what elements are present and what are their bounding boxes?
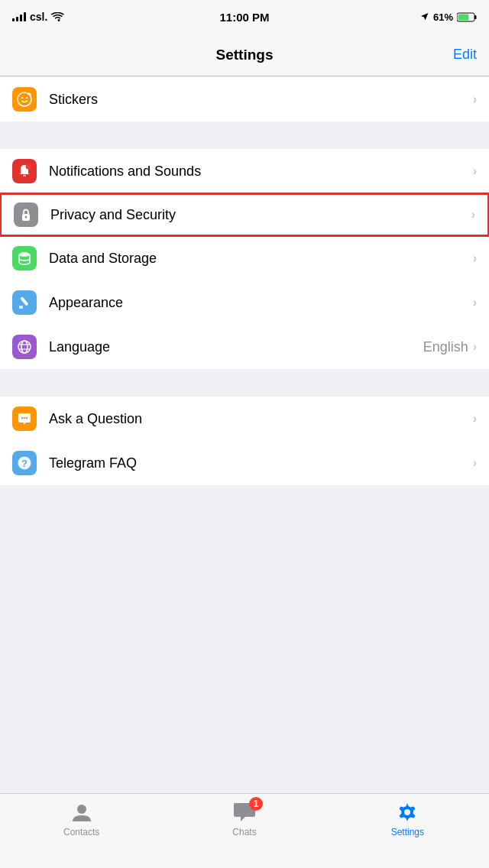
faq-chevron: › xyxy=(473,456,477,470)
stickers-chevron: › xyxy=(473,92,477,106)
svg-point-5 xyxy=(26,97,28,99)
data-icon xyxy=(12,246,37,270)
faq-label: Telegram FAQ xyxy=(49,455,473,471)
section-gap-2 xyxy=(0,369,489,397)
svg-point-12 xyxy=(18,341,31,353)
notifications-row[interactable]: Notifications and Sounds › xyxy=(0,149,489,193)
appearance-chevron: › xyxy=(473,296,477,309)
section-gap-1 xyxy=(0,121,489,149)
svg-point-17 xyxy=(24,417,25,419)
privacy-chevron: › xyxy=(471,208,475,222)
privacy-label: Privacy and Security xyxy=(50,207,471,223)
svg-point-4 xyxy=(21,97,23,99)
svg-text:?: ? xyxy=(21,458,28,469)
notifications-icon xyxy=(12,159,37,183)
faq-row[interactable]: ? Telegram FAQ › xyxy=(0,441,489,485)
language-label: Language xyxy=(49,339,423,355)
svg-point-21 xyxy=(77,805,86,814)
tab-bar: Contacts 1 Chats Settings xyxy=(0,793,489,868)
ask-question-label: Ask a Question xyxy=(49,411,473,427)
svg-point-3 xyxy=(18,92,31,106)
tab-contacts[interactable]: Contacts xyxy=(0,800,163,837)
section-2: Notifications and Sounds › Privacy and S… xyxy=(0,149,489,369)
carrier-label: csl. xyxy=(30,11,47,23)
svg-rect-2 xyxy=(458,14,469,20)
ask-question-row[interactable]: Ask a Question › xyxy=(0,397,489,441)
faq-icon: ? xyxy=(12,451,37,475)
page-title: Settings xyxy=(216,47,274,63)
gear-icon xyxy=(397,802,418,823)
data-chevron: › xyxy=(473,251,477,265)
svg-point-8 xyxy=(25,216,28,219)
svg-point-22 xyxy=(404,809,410,815)
wifi-icon xyxy=(51,12,64,22)
tab-settings[interactable]: Settings xyxy=(326,800,489,837)
contacts-icon-wrap xyxy=(68,800,96,824)
status-left: csl. xyxy=(12,11,64,23)
signal-icon xyxy=(12,12,26,21)
battery-label: 61% xyxy=(433,11,453,23)
battery-icon xyxy=(457,12,477,22)
ask-question-icon xyxy=(12,406,37,431)
stickers-row[interactable]: Stickers › xyxy=(0,77,489,121)
svg-point-13 xyxy=(21,341,28,353)
svg-point-18 xyxy=(26,417,28,419)
svg-point-9 xyxy=(19,252,30,257)
chats-icon-wrap: 1 xyxy=(231,800,258,824)
notifications-label: Notifications and Sounds xyxy=(49,164,473,180)
appearance-row[interactable]: Appearance › xyxy=(0,280,489,325)
status-right: 61% xyxy=(420,11,477,23)
chats-tab-label: Chats xyxy=(232,827,256,837)
contacts-tab-label: Contacts xyxy=(63,827,99,837)
svg-rect-10 xyxy=(20,296,28,306)
svg-point-6 xyxy=(26,164,31,170)
svg-rect-11 xyxy=(19,306,23,309)
edit-button[interactable]: Edit xyxy=(453,47,477,63)
status-time: 11:00 PM xyxy=(219,11,269,24)
stickers-label: Stickers xyxy=(49,92,473,108)
tab-chats[interactable]: 1 Chats xyxy=(163,800,325,837)
appearance-icon xyxy=(12,290,37,315)
svg-rect-1 xyxy=(474,15,477,19)
settings-icon-wrap xyxy=(393,800,421,824)
person-icon xyxy=(71,802,92,823)
language-row[interactable]: Language English › xyxy=(0,325,489,369)
appearance-label: Appearance xyxy=(49,295,473,311)
language-value: English xyxy=(423,339,468,355)
privacy-icon xyxy=(14,202,38,227)
bottom-gap xyxy=(0,485,489,513)
ask-question-chevron: › xyxy=(473,412,477,426)
nav-bar: Settings Edit xyxy=(0,34,489,76)
privacy-row[interactable]: Privacy and Security › xyxy=(0,193,489,237)
chats-badge: 1 xyxy=(249,797,263,811)
section-3: Ask a Question › ? Telegram FAQ › xyxy=(0,397,489,485)
settings-tab-label: Settings xyxy=(391,827,424,837)
language-icon xyxy=(12,335,37,359)
svg-point-16 xyxy=(21,417,23,419)
stickers-icon xyxy=(12,87,37,112)
location-icon xyxy=(420,12,429,22)
data-label: Data and Storage xyxy=(49,251,473,267)
status-bar: csl. 11:00 PM 61% xyxy=(0,0,489,34)
section-1: Stickers › xyxy=(0,77,489,121)
language-chevron: › xyxy=(473,340,477,354)
data-row[interactable]: Data and Storage › xyxy=(0,236,489,280)
notifications-chevron: › xyxy=(473,164,477,178)
